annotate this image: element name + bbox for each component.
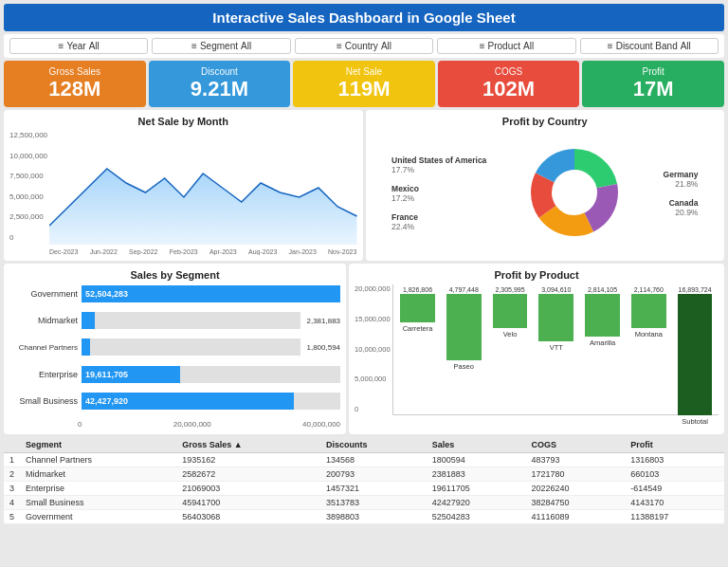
col-cogs[interactable]: COGS: [525, 437, 625, 453]
prod-label-velo: Velo: [503, 330, 518, 338]
kpi-profit-label: Profit: [643, 66, 664, 77]
filter-discount[interactable]: ≡ Discount Band All: [580, 38, 719, 54]
filter-year[interactable]: ≡ Year All: [9, 38, 148, 54]
x-axis-20m: 20,000,000: [173, 420, 211, 429]
y-label: 10,000,000: [355, 345, 391, 354]
cell-gross-sales: 2582672: [176, 467, 320, 482]
profit-country-title: Profit by Country: [372, 116, 719, 127]
x-axis-label: Feb-2023: [170, 248, 198, 255]
kpi-net-sale-value: 119M: [337, 77, 390, 101]
cell-sales: 19611705: [427, 482, 526, 496]
kpi-discount-label: Discount: [201, 66, 238, 77]
prod-label-montana: Montana: [635, 330, 663, 338]
profit-product-card: Profit by Product 20,000,000 15,000,000 …: [349, 264, 724, 434]
profit-country-card: Profit by Country United States of Ameri…: [366, 110, 725, 261]
filter-icon: ≡: [59, 41, 64, 51]
profit-product-title: Profit by Product: [355, 269, 719, 281]
svg-point-6: [555, 174, 593, 211]
col-gross-sales[interactable]: Gross Sales ▲: [176, 437, 320, 453]
cell-profit: 1316803: [625, 453, 724, 467]
prod-label-carretera: Carretera: [403, 324, 433, 333]
kpi-net-sale-label: Net Sale: [346, 66, 382, 77]
row-num: 1: [4, 453, 20, 467]
data-table: Segment Gross Sales ▲ Discounts Sales CO…: [4, 437, 724, 524]
kpi-net-sale: Net Sale 119M: [293, 61, 435, 107]
col-discounts[interactable]: Discounts: [320, 437, 427, 453]
kpi-row: Gross Sales 128M Discount 9.21M Net Sale…: [4, 61, 724, 107]
x-axis-label: Aug-2023: [248, 248, 277, 255]
table-row: 4 Small Business 45941700 3513783 424279…: [4, 496, 724, 510]
x-axis-label: Apr-2023: [209, 248, 237, 255]
country-label-mexico: Mexico 17.2%: [391, 184, 486, 203]
row-num: 2: [4, 467, 20, 482]
bar-amarilla: [585, 294, 620, 337]
filter-country-label: Country: [345, 41, 378, 51]
filter-product-label: Product: [488, 41, 520, 51]
bottom-charts-row: Sales by Segment Government 52,504,283 M…: [4, 264, 724, 434]
col-num: [4, 437, 20, 453]
sales-segment-title: Sales by Segment: [9, 269, 340, 281]
cell-gross-sales: 1935162: [176, 453, 320, 467]
x-axis-label: Nov-2023: [328, 248, 356, 255]
bar-velo: [493, 294, 528, 328]
bar-government: Government 52,504,283: [11, 285, 340, 302]
filter-segment-value: All: [241, 41, 251, 51]
donut-chart: [527, 145, 622, 242]
cell-segment: Government: [20, 510, 176, 524]
net-sale-chart-title: Net Sale by Month: [9, 116, 357, 127]
cell-gross-sales: 21069003: [176, 482, 320, 496]
prod-val-montana: 2,114,760: [634, 286, 664, 293]
cell-cogs: 1721780: [525, 467, 625, 482]
table-row: 2 Midmarket 2582672 200793 2381883 17217…: [4, 467, 724, 482]
y-label: 0: [355, 405, 391, 413]
prod-val-paseo: 4,797,448: [449, 286, 479, 293]
cell-segment: Small Business: [20, 496, 176, 510]
table-row: 3 Enterprise 21069003 1457321 19611705 2…: [4, 482, 724, 496]
country-label-usa: United States of America 17.7%: [391, 155, 486, 174]
prod-val-vtt: 3,094,610: [541, 286, 571, 293]
row-num: 4: [4, 496, 20, 510]
y-label: 20,000,000: [355, 284, 391, 293]
net-sale-svg: [49, 131, 356, 245]
prod-label-paseo: Paseo: [454, 362, 474, 371]
filter-icon: ≡: [337, 41, 342, 51]
y-label: 15,000,000: [355, 315, 391, 323]
country-label-canada: Canada 20.9%: [664, 198, 699, 217]
cell-sales: 52504283: [427, 510, 526, 524]
filter-icon: ≡: [608, 41, 613, 51]
cell-profit: 4143170: [625, 496, 724, 510]
filter-country[interactable]: ≡ Country All: [295, 38, 433, 54]
bar-paseo: [446, 294, 482, 360]
dashboard-title: Interactive Sales Dashboard in Google Sh…: [4, 4, 724, 31]
prod-val-subtotal: 16,893,724: [679, 286, 712, 293]
kpi-gross-sales-label: Gross Sales: [49, 66, 100, 77]
filter-icon: ≡: [480, 41, 485, 51]
x-axis-40m: 40,000,000: [302, 420, 340, 429]
table-row: 1 Channel Partners 1935162 134568 180059…: [4, 453, 724, 467]
kpi-discount-value: 9.21M: [191, 77, 248, 101]
kpi-discount: Discount 9.21M: [149, 61, 291, 107]
country-label-france: France 22.4%: [391, 212, 486, 231]
table-row: 5 Government 56403068 3898803 52504283 4…: [4, 510, 724, 524]
prod-label-subtotal: Subtotal: [682, 417, 708, 426]
bar-midmarket: Midmarket 2,381,883: [11, 312, 340, 329]
kpi-cogs-value: 102M: [482, 77, 535, 101]
bar-carretera: [400, 294, 435, 322]
x-axis-label: Jan-2023: [289, 248, 317, 255]
cell-profit: -614549: [625, 482, 724, 496]
bar-channel: Channel Partners 1,800,594: [11, 338, 340, 356]
prod-val-amarilla: 2,814,105: [588, 286, 617, 293]
bar-enterprise: Enterprise 19,611,705: [11, 366, 340, 383]
cell-cogs: 41116089: [525, 510, 625, 524]
col-profit[interactable]: Profit: [625, 437, 724, 453]
filter-product[interactable]: ≡ Product All: [437, 38, 575, 54]
cell-discounts: 3513783: [320, 496, 427, 510]
col-segment[interactable]: Segment: [20, 437, 176, 453]
bar-small-business: Small Business 42,427,920: [11, 393, 340, 410]
col-sales[interactable]: Sales: [427, 437, 526, 453]
row-num: 3: [4, 482, 20, 496]
y-axis-label: 5,000,000: [9, 192, 47, 201]
filter-segment[interactable]: ≡ Segment All: [152, 38, 290, 54]
cell-cogs: 483793: [525, 453, 625, 467]
cell-gross-sales: 45941700: [176, 496, 320, 510]
